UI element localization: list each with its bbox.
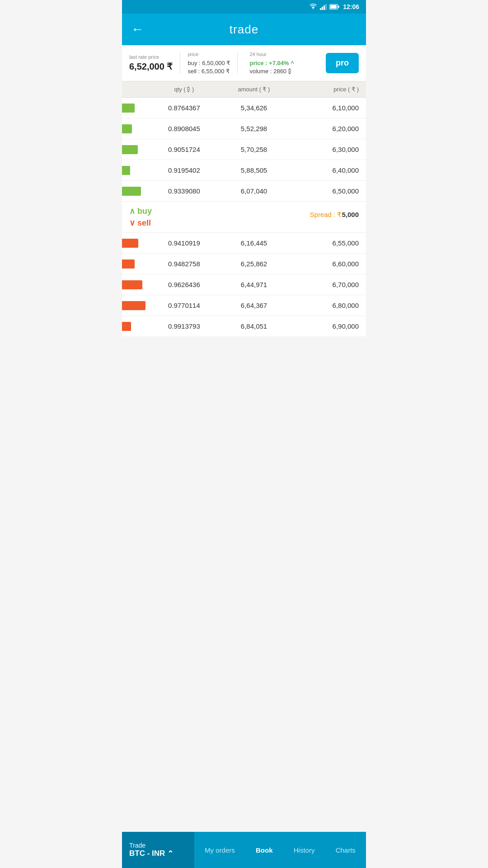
app-header: ← trade <box>122 14 366 45</box>
back-button[interactable]: ← <box>131 22 144 37</box>
svg-rect-3 <box>325 4 327 10</box>
sell-orders-section: 0.9410919 6,16,445 6,55,000 0.9482758 6,… <box>122 233 366 336</box>
last-rate-section: last rate price 6,52,000 ₹ <box>129 54 173 72</box>
sell-amount: 6,64,367 <box>219 302 289 309</box>
buy-bar <box>122 187 141 196</box>
sell-order-row[interactable]: 0.9770114 6,64,367 6,80,000 <box>122 295 366 316</box>
table-header: qty ( ₿ ) amount ( ₹ ) price ( ₹ ) <box>122 81 366 98</box>
buy-price: 6,10,000 <box>289 104 359 112</box>
bar-container <box>122 254 147 274</box>
buy-bar <box>122 145 138 154</box>
status-time: 12:06 <box>343 3 359 10</box>
buy-arrow-icon: ∧ <box>129 206 135 216</box>
buy-sell-section: price buy : 6,50,000 ₹ sell : 6,55,000 ₹ <box>188 52 230 75</box>
col-amount: amount ( ₹ ) <box>219 86 289 93</box>
order-book: 0.8764367 5,34,626 6,10,000 0.8908045 5,… <box>122 98 366 336</box>
buy-qty: 0.9051724 <box>149 146 219 153</box>
sell-amount: 6,25,862 <box>219 260 289 268</box>
sell-price: sell : 6,55,000 ₹ <box>188 68 230 75</box>
spread-amount: 5,000 <box>342 211 359 218</box>
buy-order-row[interactable]: 0.8764367 5,34,626 6,10,000 <box>122 98 366 118</box>
sell-price: 6,90,000 <box>289 322 359 330</box>
buy-amount: 5,70,258 <box>219 146 289 153</box>
hour24-label: 24 hour <box>249 52 294 57</box>
buy-label: ∧ buy <box>129 206 152 216</box>
sell-qty: 0.9913793 <box>149 322 219 330</box>
sell-label: ∨ sell <box>129 218 152 228</box>
buy-bar <box>122 166 130 175</box>
sell-order-row[interactable]: 0.9482758 6,25,862 6,60,000 <box>122 254 366 274</box>
bar-container <box>122 274 147 295</box>
bar-container <box>122 118 147 139</box>
battery-icon <box>329 4 339 9</box>
sell-bar <box>122 280 142 289</box>
sell-amount: 6,16,445 <box>219 239 289 247</box>
buy-amount: 6,07,040 <box>219 187 289 195</box>
svg-rect-5 <box>330 5 337 9</box>
svg-rect-1 <box>322 7 323 10</box>
buy-amount: 5,88,505 <box>219 166 289 174</box>
sell-amount: 6,44,971 <box>219 281 289 288</box>
svg-rect-0 <box>320 8 321 10</box>
buy-amount: 5,34,626 <box>219 104 289 112</box>
volume: volume : 2860 ₿ <box>249 68 294 75</box>
sell-qty: 0.9482758 <box>149 260 219 268</box>
sell-amount: 6,84,051 <box>219 322 289 330</box>
col-qty: qty ( ₿ ) <box>149 86 219 93</box>
price-divider-1 <box>180 53 180 73</box>
buy-bar <box>122 104 135 113</box>
buy-order-row[interactable]: 0.8908045 5,52,298 6,20,000 <box>122 118 366 139</box>
sell-bar <box>122 259 135 269</box>
buy-bar <box>122 124 132 133</box>
price-label: price <box>188 52 230 57</box>
spread-label: Spread : ₹ <box>310 211 342 218</box>
buy-qty: 0.8764367 <box>149 104 219 112</box>
svg-rect-6 <box>338 6 339 8</box>
sell-qty: 0.9410919 <box>149 239 219 247</box>
last-rate-label: last rate price <box>129 54 173 60</box>
price-change: price : +7.04% ^ <box>249 60 294 66</box>
sell-bar <box>122 239 138 248</box>
bar-container <box>122 98 147 118</box>
sell-qty: 0.9770114 <box>149 302 219 309</box>
status-icons <box>309 4 339 10</box>
sell-price: 6,55,000 <box>289 239 359 247</box>
spread-info: Spread : ₹5,000 <box>310 206 359 219</box>
sell-bar <box>122 301 145 310</box>
buy-amount: 5,52,298 <box>219 125 289 132</box>
bar-container <box>122 233 147 253</box>
wifi-icon <box>309 4 318 10</box>
price-info-bar: last rate price 6,52,000 ₹ price buy : 6… <box>122 45 366 81</box>
sell-order-row[interactable]: 0.9410919 6,16,445 6,55,000 <box>122 233 366 254</box>
sell-order-row[interactable]: 0.9913793 6,84,051 6,90,000 <box>122 316 366 336</box>
bar-container <box>122 139 147 160</box>
sell-price: 6,80,000 <box>289 302 359 309</box>
buy-price: 6,40,000 <box>289 166 359 174</box>
buy-qty: 0.8908045 <box>149 125 219 132</box>
buy-orders-section: 0.8764367 5,34,626 6,10,000 0.8908045 5,… <box>122 98 366 201</box>
buy-price: 6,50,000 <box>289 187 359 195</box>
buy-qty: 0.9195402 <box>149 166 219 174</box>
status-bar: 12:06 <box>122 0 366 14</box>
last-rate-value: 6,52,000 ₹ <box>129 61 173 72</box>
svg-rect-2 <box>324 5 325 10</box>
buy-order-row[interactable]: 0.9339080 6,07,040 6,50,000 <box>122 181 366 201</box>
buy-price: 6,30,000 <box>289 146 359 153</box>
bar-container <box>122 316 147 336</box>
signal-icon <box>320 4 327 10</box>
col-price: price ( ₹ ) <box>289 86 359 93</box>
buy-order-row[interactable]: 0.9051724 5,70,258 6,30,000 <box>122 139 366 160</box>
hour24-section: 24 hour price : +7.04% ^ volume : 2860 ₿ <box>249 52 294 75</box>
buy-sell-divider: ∧ buy ∨ sell Spread : ₹5,000 <box>122 201 366 233</box>
pro-button[interactable]: pro <box>326 53 359 73</box>
buy-order-row[interactable]: 0.9195402 5,88,505 6,40,000 <box>122 160 366 181</box>
buy-price: buy : 6,50,000 ₹ <box>188 60 230 66</box>
buy-price: 6,20,000 <box>289 125 359 132</box>
bar-container <box>122 295 147 316</box>
sell-qty: 0.9626436 <box>149 281 219 288</box>
page-title: trade <box>230 23 258 37</box>
sell-arrow-icon: ∨ <box>129 218 135 228</box>
bar-container <box>122 160 147 180</box>
sell-bar <box>122 322 131 331</box>
sell-order-row[interactable]: 0.9626436 6,44,971 6,70,000 <box>122 274 366 295</box>
